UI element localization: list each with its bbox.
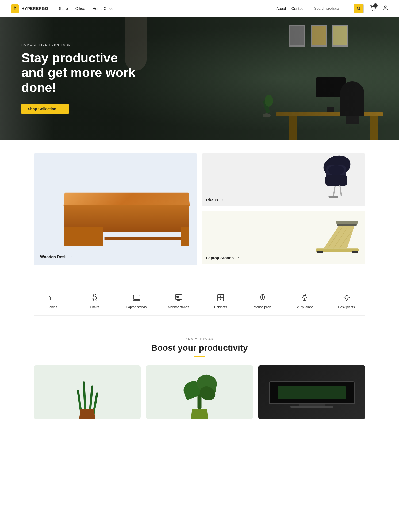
category-desk-plants[interactable]: Desk plants [328,293,365,309]
svg-marker-13 [324,225,355,249]
wooden-desk-label: Wooden Desk → [40,254,191,259]
categories-section: Tables Chairs [12,278,387,324]
hero-content: HOME OFFICE FURNITURE Stay productive an… [0,43,160,114]
hero-section: HOME OFFICE FURNITURE Stay productive an… [0,17,399,140]
nav-store[interactable]: Store [59,6,68,11]
monitor-stands-label: Monitor stands [168,305,189,309]
hero-title: Stay productive and get more work done! [21,51,139,95]
user-svg-icon [382,5,388,11]
cart-badge: 0 [373,3,378,8]
product-card-chairs[interactable]: Chairs → [202,153,365,206]
tables-icon [48,293,57,303]
categories-grid: Tables Chairs [34,287,365,316]
svg-rect-20 [352,251,358,253]
search-input[interactable] [311,6,354,10]
nav-office[interactable]: Office [75,6,85,11]
category-cabinets[interactable]: Cabinets [202,293,239,309]
product-card-wooden-desk[interactable]: Wooden Desk → [34,153,197,265]
main-nav: Store Office Home Office [59,6,113,11]
hero-eyebrow: HOME OFFICE FURNITURE [21,43,139,46]
shop-collection-button[interactable]: Shop Collection → [21,104,69,114]
arrow-icon: → [68,254,72,259]
svg-point-4 [384,6,386,7]
svg-line-27 [96,299,96,301]
category-laptop-stands[interactable]: Laptop stands [118,293,155,309]
laptop-stands-label: Laptop stands [126,305,147,309]
svg-rect-15 [336,221,358,224]
logo-icon: h [11,4,19,13]
svg-point-24 [93,294,96,297]
cabinets-icon [216,293,225,303]
category-monitor-stands[interactable]: Monitor stands [160,293,197,309]
preview-card-plant-2[interactable] [146,365,253,419]
svg-line-18 [339,231,352,249]
svg-point-44 [262,297,263,298]
new-arrivals-title: Boost your productivity [34,343,365,353]
svg-point-41 [220,299,221,300]
nav-home-office[interactable]: Home Office [93,6,113,11]
svg-line-26 [93,299,94,301]
svg-line-29 [95,298,97,299]
chairs-icon [90,293,99,303]
brand-name: HYPERERGO [21,6,48,11]
new-arrivals-eyebrow: NEW ARRIVALS [34,337,365,340]
search-icon [357,7,360,10]
svg-line-11 [340,185,341,196]
new-arrivals-section: NEW ARRIVALS Boost your productivity [12,324,387,427]
mouse-pads-label: Mouse pads [254,305,271,309]
preview-card-monitor[interactable] [258,365,365,419]
product-cards-right: Chairs → [202,153,365,265]
svg-line-9 [333,186,335,196]
svg-line-1 [359,9,360,10]
svg-line-17 [333,228,347,248]
desk-plants-icon [342,293,351,303]
mouse-pads-icon [258,293,267,303]
logo[interactable]: h HYPERERGO [11,4,48,13]
section-divider [194,356,205,357]
search-button[interactable] [354,4,363,13]
svg-marker-45 [302,296,307,298]
category-chairs[interactable]: Chairs [76,293,113,309]
category-study-lamps[interactable]: Study lamps [286,293,323,309]
arrow-icon: → [220,197,224,202]
svg-point-0 [357,7,360,9]
category-tables[interactable]: Tables [34,293,71,309]
category-mouse-pads[interactable]: Mouse pads [244,293,281,309]
arrow-icon: → [235,255,240,260]
monitor-stands-icon [174,293,183,303]
svg-point-8 [328,165,344,175]
study-lamps-label: Study lamps [296,305,313,309]
svg-rect-25 [93,297,96,299]
header: h HYPERERGO Store Office Home Office Abo… [0,0,399,17]
header-right: About Contact 0 [276,4,388,13]
tables-label: Tables [48,305,57,309]
svg-rect-14 [337,222,357,226]
product-grid-section: Wooden Desk → [12,140,387,278]
user-icon[interactable] [382,5,388,12]
svg-point-5 [321,155,353,179]
product-card-laptop-stands[interactable]: Laptop Stands → [202,211,365,264]
svg-point-2 [372,10,373,10]
search-box [311,4,364,13]
svg-line-28 [93,298,94,299]
svg-rect-6 [326,165,346,180]
chairs-label: Chairs [90,305,99,309]
svg-point-3 [375,10,375,10]
nav-contact[interactable]: Contact [291,6,304,11]
laptop-stands-label: Laptop Stands → [206,255,361,260]
svg-rect-7 [325,175,347,186]
svg-rect-30 [133,295,140,299]
arrow-icon: → [59,107,62,111]
svg-line-16 [328,226,343,249]
study-lamps-icon [300,293,309,303]
svg-point-40 [220,296,221,297]
nav-about[interactable]: About [276,6,286,11]
chairs-label: Chairs → [206,197,361,202]
cart-icon-wrap[interactable]: 0 [370,5,376,12]
preview-card-plant-1[interactable] [34,365,141,419]
svg-rect-19 [317,251,323,253]
desk-plants-label: Desk plants [338,305,355,309]
svg-rect-37 [177,296,179,297]
laptop-stands-icon [132,293,141,303]
svg-rect-12 [316,248,359,252]
